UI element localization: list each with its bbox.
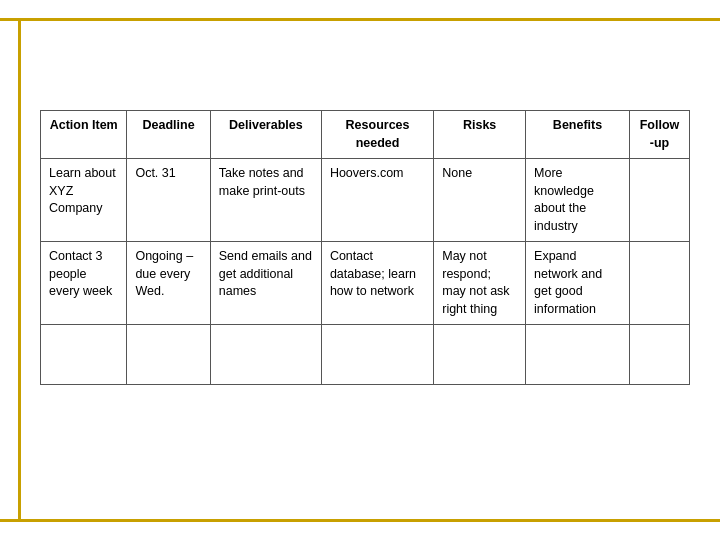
table-row: Contact 3 people every week Ongoing – du… bbox=[41, 242, 690, 325]
row2-action-item: Contact 3 people every week bbox=[41, 242, 127, 325]
table-header-row: Action Item Deadline Deliverables Resour… bbox=[41, 111, 690, 159]
row3-risks bbox=[434, 325, 526, 385]
row3-follow-up bbox=[629, 325, 689, 385]
action-items-table: Action Item Deadline Deliverables Resour… bbox=[40, 110, 690, 385]
row3-action-item bbox=[41, 325, 127, 385]
row1-deadline: Oct. 31 bbox=[127, 159, 210, 242]
row3-deadline bbox=[127, 325, 210, 385]
header-resources-needed: Resources needed bbox=[321, 111, 433, 159]
row3-resources-needed bbox=[321, 325, 433, 385]
row1-follow-up bbox=[629, 159, 689, 242]
row3-deliverables bbox=[210, 325, 321, 385]
header-benefits: Benefits bbox=[526, 111, 630, 159]
row3-benefits bbox=[526, 325, 630, 385]
row2-risks: May not respond; may not ask right thing bbox=[434, 242, 526, 325]
header-deadline: Deadline bbox=[127, 111, 210, 159]
table-container: Action Item Deadline Deliverables Resour… bbox=[40, 110, 690, 385]
row1-action-item: Learn about XYZ Company bbox=[41, 159, 127, 242]
table-row: Learn about XYZ Company Oct. 31 Take not… bbox=[41, 159, 690, 242]
row1-risks: None bbox=[434, 159, 526, 242]
border-top bbox=[0, 18, 720, 21]
header-action-item: Action Item bbox=[41, 111, 127, 159]
border-left bbox=[18, 18, 21, 522]
row2-follow-up bbox=[629, 242, 689, 325]
border-bottom bbox=[0, 519, 720, 522]
header-deliverables: Deliverables bbox=[210, 111, 321, 159]
header-follow-up: Follow -up bbox=[629, 111, 689, 159]
row1-benefits: More knowledge about the industry bbox=[526, 159, 630, 242]
row2-resources-needed: Contact database; learn how to network bbox=[321, 242, 433, 325]
header-risks: Risks bbox=[434, 111, 526, 159]
row1-deliverables: Take notes and make print-outs bbox=[210, 159, 321, 242]
row2-deliverables: Send emails and get additional names bbox=[210, 242, 321, 325]
table-row bbox=[41, 325, 690, 385]
row2-deadline: Ongoing – due every Wed. bbox=[127, 242, 210, 325]
row1-resources-needed: Hoovers.com bbox=[321, 159, 433, 242]
row2-benefits: Expand network and get good information bbox=[526, 242, 630, 325]
